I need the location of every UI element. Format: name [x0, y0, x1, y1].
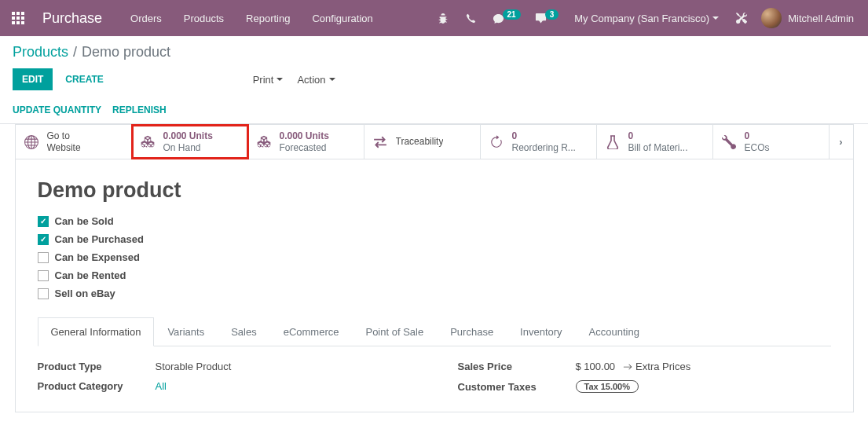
action-dropdown[interactable]: Action: [297, 74, 335, 86]
check-can-be-purchased[interactable]: Can be Purchased: [38, 233, 831, 245]
check-label: Can be Rented: [55, 269, 126, 281]
main-menu: Orders Products Reporting Configuration: [121, 0, 383, 36]
check-sell-on-ebay[interactable]: Sell on eBay: [38, 288, 831, 299]
checkbox-icon: [38, 270, 49, 281]
tab-accounting[interactable]: Accounting: [576, 317, 653, 346]
activities-icon[interactable]: 3: [529, 0, 566, 36]
caret-down-icon: [712, 16, 719, 20]
user-name: Mitchell Admin: [788, 13, 854, 24]
form-body: Product Type Storable Product Product Ca…: [38, 361, 831, 393]
update-quantity-button[interactable]: UPDATE QUANTITY: [13, 104, 101, 115]
tab-bar: General Information Variants Sales eComm…: [38, 317, 831, 346]
cubes-icon: [140, 134, 156, 150]
checkbox-icon: [38, 234, 49, 245]
globe-icon: [24, 135, 39, 149]
stat-go-to-website[interactable]: Go to Website: [16, 125, 132, 159]
stat-label: Forecasted: [280, 142, 329, 153]
checkbox-icon: [38, 252, 49, 263]
stat-buttons: Go to Website 0.000 Units On Hand 0.: [15, 124, 854, 159]
svg-rect-8: [21, 21, 24, 24]
svg-rect-0: [12, 12, 15, 15]
stat-label: ECOs: [745, 142, 770, 153]
breadcrumb-root[interactable]: Products: [13, 44, 68, 60]
tab-purchase[interactable]: Purchase: [437, 317, 507, 346]
menu-reporting[interactable]: Reporting: [236, 0, 299, 36]
activities-badge: 3: [545, 9, 559, 20]
messaging-icon[interactable]: 21: [486, 0, 527, 36]
stat-on-hand[interactable]: 0.000 Units On Hand: [132, 125, 248, 159]
form-sheet: Demo product Can be Sold Can be Purchase…: [15, 159, 854, 412]
tab-ecommerce[interactable]: eCommerce: [270, 317, 353, 346]
tab-sales[interactable]: Sales: [218, 317, 270, 346]
print-dropdown[interactable]: Print: [253, 74, 284, 86]
breadcrumb: Products/Demo product: [13, 44, 855, 60]
tab-point-of-sale[interactable]: Point of Sale: [352, 317, 437, 346]
check-label: Can be Purchased: [55, 233, 144, 245]
tab-variants[interactable]: Variants: [154, 317, 218, 346]
stat-traceability[interactable]: Traceability: [364, 125, 481, 159]
value-sales-price: $ 100.00: [576, 361, 616, 372]
stat-value: 0: [512, 130, 576, 141]
stat-forecasted[interactable]: 0.000 Units Forecasted: [248, 125, 364, 159]
stat-line2: Website: [47, 142, 81, 153]
flask-icon: [605, 135, 621, 149]
apps-icon[interactable]: [0, 0, 36, 36]
menu-configuration[interactable]: Configuration: [302, 0, 382, 36]
check-can-be-rented[interactable]: Can be Rented: [38, 269, 831, 281]
check-label: Can be Sold: [55, 215, 114, 227]
navbar-right: 21 3 My Company (San Francisco) Mitchell…: [430, 0, 862, 36]
refresh-icon: [489, 135, 504, 149]
create-button[interactable]: CREATE: [62, 69, 106, 90]
cubes-icon: [256, 134, 272, 150]
edit-button[interactable]: EDIT: [13, 68, 53, 90]
arrow-right-icon: [623, 362, 632, 372]
label-customer-taxes: Customer Taxes: [458, 381, 576, 393]
check-can-be-sold[interactable]: Can be Sold: [38, 215, 831, 227]
stat-ecos[interactable]: 0 ECOs: [713, 125, 830, 159]
company-switcher[interactable]: My Company (San Francisco): [566, 0, 727, 36]
svg-rect-7: [16, 21, 20, 24]
debug-icon[interactable]: [430, 0, 456, 36]
label-sales-price: Sales Price: [458, 361, 576, 372]
svg-rect-3: [12, 16, 15, 20]
menu-products[interactable]: Products: [174, 0, 233, 36]
stat-more-button[interactable]: ›: [830, 125, 853, 159]
app-brand[interactable]: Purchase: [36, 10, 121, 27]
stat-label: Bill of Materi...: [628, 142, 688, 153]
svg-rect-5: [21, 16, 24, 20]
messaging-badge: 21: [503, 9, 521, 20]
value-product-type: Storable Product: [156, 361, 232, 372]
tab-inventory[interactable]: Inventory: [507, 317, 575, 346]
company-name: My Company (San Francisco): [574, 13, 709, 24]
check-label: Sell on eBay: [55, 288, 115, 299]
tab-general-information[interactable]: General Information: [38, 317, 155, 346]
stat-value: 0: [628, 130, 688, 141]
stat-line1: Go to: [47, 130, 81, 141]
replenish-button[interactable]: REPLENISH: [112, 104, 167, 115]
value-product-category[interactable]: All: [156, 380, 167, 392]
avatar: [761, 8, 782, 28]
tools-icon[interactable]: [728, 0, 755, 36]
label-product-type: Product Type: [38, 361, 156, 372]
stat-bill-of-materials[interactable]: 0 Bill of Materi...: [597, 125, 713, 159]
breadcrumb-current: Demo product: [82, 44, 170, 60]
stat-label: Traceability: [396, 136, 444, 147]
top-navbar: Purchase Orders Products Reporting Confi…: [0, 0, 868, 36]
user-menu[interactable]: Mitchell Admin: [756, 0, 862, 36]
check-can-be-expensed[interactable]: Can be Expensed: [38, 251, 831, 263]
checkbox-icon: [38, 288, 49, 299]
tax-tag[interactable]: Tax 15.00%: [576, 380, 639, 393]
product-options: Can be Sold Can be Purchased Can be Expe…: [38, 215, 831, 299]
stat-reordering-rules[interactable]: 0 Reordering R...: [481, 125, 597, 159]
caret-down-icon: [277, 78, 283, 81]
menu-orders[interactable]: Orders: [121, 0, 171, 36]
svg-rect-2: [21, 12, 24, 15]
checkbox-icon: [38, 216, 49, 227]
check-label: Can be Expensed: [55, 251, 140, 263]
extra-prices-link[interactable]: Extra Prices: [623, 361, 690, 372]
label-product-category: Product Category: [38, 380, 156, 392]
control-panel: Products/Demo product EDIT CREATE Print …: [0, 36, 868, 124]
caret-down-icon: [329, 78, 335, 81]
svg-rect-1: [16, 12, 20, 15]
phone-icon[interactable]: [458, 0, 485, 36]
